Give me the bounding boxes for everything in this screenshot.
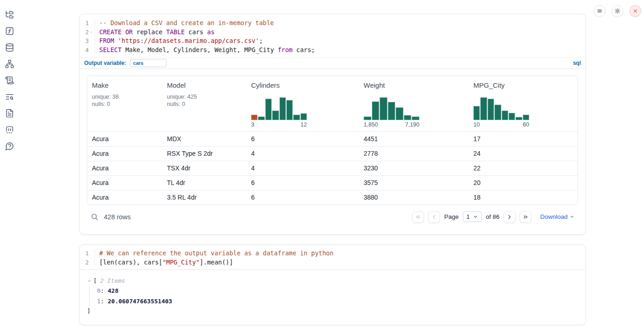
code-line: 1# We can reference the output variable …: [80, 249, 585, 258]
settings-button[interactable]: [612, 5, 623, 17]
table-cell: Acura: [87, 161, 162, 175]
left-sidebar: [0, 0, 19, 333]
documentation-icon[interactable]: [5, 109, 14, 118]
axis-min-label: 3: [251, 122, 254, 128]
menu-button[interactable]: [594, 5, 606, 17]
fold-spacer: [89, 21, 93, 26]
cylinders-histogram: 312: [251, 97, 354, 128]
table-cell: 3.5 RL 4dr: [162, 190, 247, 205]
download-label: Download: [540, 213, 568, 220]
line-gutter: 4: [80, 46, 95, 55]
table-row[interactable]: Acura3.5 RL 4dr6388018: [87, 190, 578, 205]
histogram-bar: [364, 116, 371, 120]
table-cell: 6: [247, 132, 359, 146]
histogram-bars: [473, 97, 529, 120]
table-cell: 6: [247, 190, 359, 205]
table-header: Make unique: 38 nulls: 0 Model unique: 4…: [87, 76, 578, 132]
dependency-graph-icon[interactable]: [5, 59, 14, 69]
items-count: 2 Items: [100, 276, 125, 286]
python-code-editor[interactable]: 1# We can reference the output variable …: [80, 245, 585, 270]
column-header-model[interactable]: Model unique: 425 nulls: 0: [162, 76, 247, 132]
histogram-bar: [404, 115, 412, 120]
table-row[interactable]: AcuraTL 4dr6357520: [87, 175, 578, 190]
table-row[interactable]: AcuraTSX 4dr4323022: [87, 161, 578, 175]
histogram-bar: [258, 116, 264, 120]
code-line: 3FROM 'https://datasets.marimo.app/cars.…: [80, 37, 585, 46]
table-cell: 4: [247, 161, 359, 175]
axis-max-label: 12: [301, 122, 307, 128]
histogram-bar: [293, 115, 300, 120]
column-header-mpg-city[interactable]: MPG_City 1060: [469, 76, 578, 132]
output-variable-label: Output variable:: [84, 60, 126, 66]
line-number: 2: [85, 28, 89, 37]
output-variable-input[interactable]: [130, 59, 166, 67]
data-table: Make unique: 38 nulls: 0 Model unique: 4…: [87, 75, 578, 205]
download-button[interactable]: Download: [540, 213, 574, 220]
text-search-icon[interactable]: [5, 92, 14, 101]
database-icon[interactable]: [5, 43, 14, 52]
histogram-bar: [272, 111, 279, 120]
unique-stat: unique: 38: [92, 93, 158, 100]
python-output-area: [ 2 Items 0: 4281: 20.060747663551403 ]: [80, 270, 585, 322]
close-icon: [632, 8, 639, 14]
table-cell: 3230: [359, 161, 469, 175]
table-cell: 3880: [359, 190, 469, 205]
last-page-button[interactable]: [520, 211, 531, 223]
line-number: 1: [85, 249, 89, 258]
table-cell: 18: [469, 190, 578, 205]
column-header-weight[interactable]: Weight 1,8507,190: [359, 76, 469, 132]
output-tree-entry: 0: 428: [97, 286, 578, 296]
histogram-bar: [279, 97, 286, 120]
fold-spacer: [89, 39, 93, 43]
search-icon[interactable]: [91, 213, 98, 221]
table-body: AcuraMDX6445117AcuraRSX Type S 2dr427782…: [87, 132, 578, 205]
histogram-bar: [515, 117, 522, 120]
first-page-button[interactable]: [412, 211, 424, 223]
column-stats: unique: 38 nulls: 0: [92, 93, 158, 108]
chevrons-right-icon: [522, 214, 529, 220]
output-tree-header: [ 2 Items: [87, 276, 578, 286]
file-tree-icon[interactable]: [5, 10, 14, 19]
table-cell: Acura: [87, 190, 162, 205]
scroll-logs-icon[interactable]: [5, 76, 14, 85]
histogram-bar: [396, 107, 403, 120]
page-label: Page: [444, 213, 459, 220]
column-header-cylinders[interactable]: Cylinders 312: [247, 76, 359, 132]
column-header-make[interactable]: Make unique: 38 nulls: 0: [87, 76, 162, 132]
line-number: 4: [85, 46, 89, 55]
table-cell: Acura: [87, 176, 162, 190]
close-button[interactable]: [629, 5, 641, 17]
close-bracket: ]: [87, 307, 578, 316]
line-number: 1: [85, 19, 89, 28]
fold-spacer: [89, 48, 93, 53]
fold-chevron-icon[interactable]: [89, 30, 93, 35]
column-title: Cylinders: [251, 81, 354, 89]
code-line: 4SELECT Make, Model, Cylinders, Weight, …: [80, 46, 585, 55]
help-icon[interactable]: [5, 142, 14, 151]
table-cell: 4: [247, 147, 359, 161]
histogram-bars: [251, 97, 307, 120]
table-row[interactable]: AcuraRSX Type S 2dr4277824: [87, 146, 578, 161]
previous-page-button[interactable]: [428, 211, 440, 223]
code-line: 2CREATE OR replace TABLE cars as: [80, 28, 585, 37]
next-page-button[interactable]: [504, 211, 515, 223]
histogram-bar: [509, 113, 515, 120]
sql-output-area: Make unique: 38 nulls: 0 Model unique: 4…: [80, 69, 585, 227]
histogram-bar: [523, 115, 529, 120]
column-title: Model: [167, 81, 242, 89]
table-cell: TL 4dr: [162, 176, 247, 190]
chevrons-left-icon: [415, 214, 421, 220]
table-cell: RSX Type S 2dr: [162, 147, 247, 161]
histogram-bar: [301, 113, 307, 120]
page-select[interactable]: 1: [463, 211, 482, 222]
column-title: Weight: [364, 81, 464, 89]
python-cell: 1# We can reference the output variable …: [79, 244, 586, 325]
snippets-icon[interactable]: [5, 125, 14, 134]
table-row[interactable]: AcuraMDX6445117: [87, 132, 578, 146]
function-icon[interactable]: [5, 26, 14, 36]
chevron-left-icon: [431, 214, 437, 220]
collapse-chevron-icon[interactable]: [87, 278, 92, 284]
sql-code-editor[interactable]: 1-- Download a CSV and create an in-memo…: [80, 14, 585, 57]
histogram-bar: [372, 101, 380, 120]
histogram-bar: [380, 97, 387, 120]
